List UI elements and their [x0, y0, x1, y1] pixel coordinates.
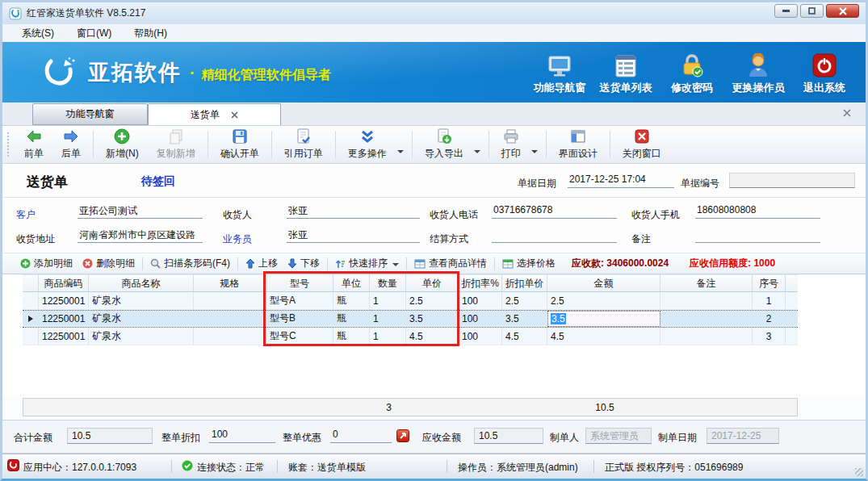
col-header-amount[interactable]: 金额 — [547, 274, 660, 292]
col-header-seq[interactable]: 序号 — [753, 274, 786, 292]
cell-qty[interactable]: 1 — [370, 328, 406, 345]
minimize-button[interactable] — [774, 4, 798, 18]
cell-discount[interactable]: 100 — [459, 328, 502, 345]
select-price-button[interactable]: 选择价格 — [497, 257, 560, 270]
cell-spec[interactable] — [194, 292, 266, 310]
phone-field[interactable]: 03716678678 — [492, 204, 617, 219]
tabstrip-close-icon[interactable] — [843, 109, 851, 117]
delete-detail-button[interactable]: 删除明细 — [78, 257, 140, 270]
cell-name[interactable]: 矿泉水 — [89, 311, 194, 327]
doc-no-field[interactable] — [729, 173, 855, 188]
col-header-spec[interactable]: 规格 — [194, 274, 266, 292]
tab-close-icon[interactable] — [231, 111, 238, 119]
new-button[interactable]: 新增(N) — [97, 126, 148, 163]
mobile-field[interactable]: 18608080808 — [695, 204, 820, 219]
toolbar-drag-handle[interactable] — [7, 132, 10, 157]
menu-help[interactable]: 帮助(H) — [123, 24, 178, 43]
cell-remark[interactable] — [660, 328, 753, 345]
confirm-button[interactable]: 确认开单 — [212, 126, 268, 163]
table-row[interactable]: 12250001 矿泉水 型号A 瓶 1 2.5 100 2.5 2.5 1 — [23, 292, 798, 310]
cell-spec[interactable] — [194, 328, 266, 345]
cell-code[interactable]: 12250001 — [39, 292, 89, 310]
cell-unit[interactable]: 瓶 — [333, 311, 370, 327]
move-up-button[interactable]: 上移 — [241, 257, 283, 270]
cell-price[interactable]: 4.5 — [406, 328, 459, 345]
cell-seq[interactable]: 3 — [753, 328, 786, 345]
cell-code[interactable]: 12250001 — [39, 328, 89, 345]
col-header-code[interactable]: 商品编码 — [39, 274, 89, 292]
cell-model[interactable]: 型号B — [266, 311, 333, 327]
scan-barcode-button[interactable]: 扫描条形码(F4) — [145, 257, 235, 270]
cell-spec[interactable] — [194, 311, 266, 327]
cell-remark[interactable] — [660, 292, 753, 310]
resize-grip[interactable] — [855, 468, 863, 476]
cell-discount-price[interactable]: 3.5 — [502, 311, 547, 327]
col-header-discount-price[interactable]: 折扣单价 — [502, 274, 547, 292]
cell-discount[interactable]: 100 — [459, 292, 502, 310]
recalculate-icon[interactable] — [396, 429, 409, 442]
doc-date-field[interactable]: 2017-12-25 17:04 — [568, 174, 674, 188]
cell-discount-price[interactable]: 2.5 — [502, 292, 547, 310]
salesman-field[interactable]: 张亚 — [287, 228, 420, 243]
banner-action-switch-operator[interactable]: 更换操作员 — [725, 50, 791, 95]
row-selector[interactable] — [23, 311, 39, 327]
more-actions-button[interactable]: 更多操作 — [339, 126, 396, 163]
dropdown-arrow-icon[interactable] — [397, 150, 404, 153]
quick-sort-button[interactable]: 快速排序 — [330, 257, 404, 270]
cell-model[interactable]: 型号C — [266, 328, 333, 345]
order-privilege-field[interactable]: 0 — [330, 429, 392, 443]
col-header-discount[interactable]: 折扣率% — [459, 274, 502, 292]
cell-code[interactable]: 12250001 — [39, 311, 89, 327]
cell-name[interactable]: 矿泉水 — [89, 292, 194, 310]
cell-qty[interactable]: 1 — [370, 292, 406, 310]
receiver-field[interactable]: 张亚 — [287, 204, 420, 219]
customer-field[interactable]: 亚拓公司测试 — [78, 204, 203, 219]
order-discount-field[interactable]: 100 — [209, 429, 275, 443]
row-selector[interactable] — [23, 292, 39, 310]
maximize-button[interactable] — [800, 4, 824, 18]
cell-discount-price[interactable]: 4.5 — [502, 328, 547, 345]
menu-system[interactable]: 系统(S) — [10, 24, 65, 43]
view-product-button[interactable]: 查看商品详情 — [409, 257, 492, 270]
cell-unit[interactable]: 瓶 — [333, 292, 370, 310]
banner-action-nav[interactable]: 功能导航窗 — [526, 50, 593, 95]
cell-seq[interactable]: 1 — [753, 292, 786, 310]
prev-order-button[interactable]: 前单 — [15, 126, 52, 163]
cell-qty[interactable]: 1 — [370, 311, 406, 327]
col-header-price[interactable]: 单价 — [406, 274, 459, 292]
cell-remark[interactable] — [660, 311, 753, 327]
menu-window[interactable]: 窗口(W) — [65, 24, 123, 43]
col-header-name[interactable]: 商品名称 — [89, 274, 194, 292]
tab-nav-window[interactable]: 功能导航窗 — [32, 103, 148, 125]
copy-new-button[interactable]: 复制新增 — [148, 126, 204, 163]
remark-field[interactable] — [695, 228, 820, 243]
close-button[interactable] — [826, 4, 859, 18]
cell-seq[interactable]: 2 — [753, 311, 786, 327]
cell-model[interactable]: 型号A — [266, 292, 333, 310]
row-selector[interactable] — [23, 328, 39, 345]
col-header-qty[interactable]: 数量 — [370, 274, 406, 292]
print-button[interactable]: 打印 — [493, 126, 530, 163]
cell-unit[interactable]: 瓶 — [333, 328, 370, 345]
table-row[interactable]: 12250001 矿泉水 型号C 瓶 1 4.5 100 4.5 4.5 3 — [23, 328, 798, 345]
add-detail-button[interactable]: 添加明细 — [15, 257, 78, 270]
reference-order-button[interactable]: 引用订单 — [275, 126, 332, 163]
address-field[interactable]: 河南省郑州市中原区建设路 — [78, 228, 203, 243]
settle-field[interactable] — [492, 228, 617, 243]
move-down-button[interactable]: 下移 — [283, 257, 325, 270]
cell-discount[interactable]: 100 — [459, 311, 502, 327]
dropdown-arrow-icon[interactable] — [474, 150, 480, 153]
cell-price[interactable]: 2.5 — [406, 292, 459, 310]
col-header-remark[interactable]: 备注 — [660, 274, 753, 292]
col-header-model[interactable]: 型号 — [266, 274, 333, 292]
import-export-button[interactable]: 导入导出 — [416, 126, 472, 163]
banner-action-change-password[interactable]: 修改密码 — [659, 50, 725, 95]
cell-amount-editing[interactable]: 3.5 — [547, 311, 660, 327]
next-order-button[interactable]: 后单 — [52, 126, 90, 163]
banner-action-order-list[interactable]: 送货单列表 — [593, 50, 659, 95]
col-header-unit[interactable]: 单位 — [333, 274, 370, 292]
cell-amount[interactable]: 4.5 — [547, 328, 660, 345]
cell-name[interactable]: 矿泉水 — [89, 328, 194, 345]
dropdown-arrow-icon[interactable] — [531, 150, 538, 153]
cell-price[interactable]: 3.5 — [406, 311, 459, 327]
